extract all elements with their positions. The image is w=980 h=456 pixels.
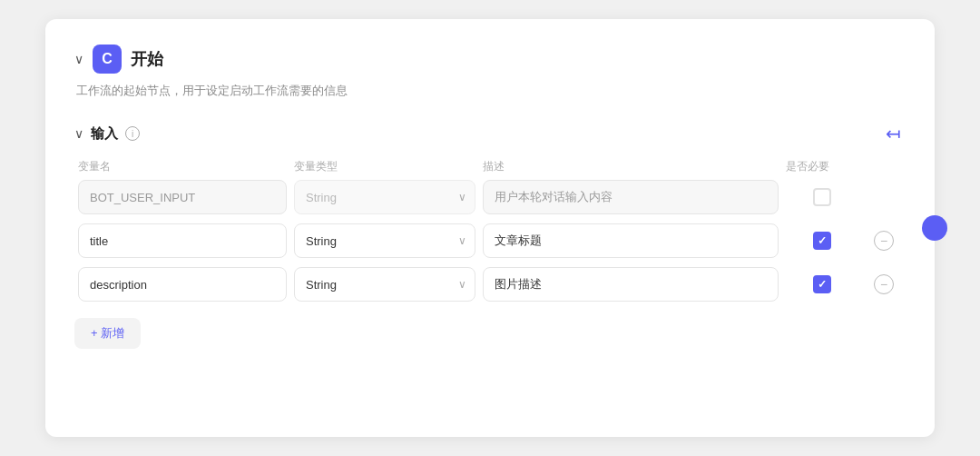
remove-cell: − [866, 231, 902, 251]
var-type-select-wrap: StringNumberBooleanObjectArray∨ [294, 267, 475, 302]
add-variable-button[interactable]: + 新增 [74, 318, 141, 349]
var-type-select: StringNumberBooleanObjectArray [294, 180, 475, 214]
var-type-select-wrap: StringNumberBooleanObjectArray∨ [294, 223, 475, 258]
sidebar-dot [922, 215, 947, 241]
info-icon[interactable]: i [125, 126, 140, 141]
var-type-select-wrap: StringNumberBooleanObjectArray∨ [294, 180, 475, 214]
section-collapse-icon[interactable]: ∨ [74, 126, 83, 141]
description-input[interactable] [483, 267, 779, 302]
var-type-select[interactable]: StringNumberBooleanObjectArray [294, 267, 475, 302]
required-checkbox[interactable] [813, 232, 831, 250]
var-name-input [78, 180, 287, 214]
card-header: ∨ C 开始 [74, 45, 906, 74]
table-row: StringNumberBooleanObjectArray∨− [74, 223, 906, 258]
var-name-input[interactable] [78, 267, 287, 302]
remove-row-button[interactable]: − [874, 231, 894, 251]
logo-icon: C [93, 45, 122, 74]
remove-cell: − [866, 274, 902, 294]
th-var-name: 变量名 [78, 159, 287, 174]
table-header: 变量名 变量类型 描述 是否必要 [74, 159, 906, 180]
table-rows-container: StringNumberBooleanObjectArray∨StringNum… [74, 180, 906, 302]
card-description: 工作流的起始节点，用于设定启动工作流需要的信息 [74, 83, 906, 99]
table-row: StringNumberBooleanObjectArray∨− [74, 267, 906, 302]
section-title-wrap: ∨ 输入 i [74, 125, 140, 143]
description-input [483, 180, 779, 214]
th-action [866, 159, 902, 174]
description-input[interactable] [483, 223, 779, 258]
section-title: 输入 [91, 125, 118, 143]
section-header: ∨ 输入 i ↤ [74, 121, 906, 146]
var-name-input[interactable] [78, 223, 287, 258]
th-description: 描述 [483, 159, 779, 174]
required-checkbox-cell [786, 188, 858, 206]
required-checkbox-cell [786, 275, 858, 293]
table-row: StringNumberBooleanObjectArray∨ [74, 180, 906, 214]
start-node-card: ∨ C 开始 工作流的起始节点，用于设定启动工作流需要的信息 ∨ 输入 i ↤ … [45, 19, 935, 437]
required-checkbox [813, 188, 831, 206]
remove-row-button[interactable]: − [874, 274, 894, 294]
th-required: 是否必要 [786, 159, 858, 174]
var-type-select[interactable]: StringNumberBooleanObjectArray [294, 223, 475, 258]
required-checkbox[interactable] [813, 275, 831, 293]
required-checkbox-cell [786, 232, 858, 250]
export-icon[interactable]: ↤ [880, 121, 906, 146]
collapse-icon[interactable]: ∨ [74, 52, 83, 66]
th-var-type: 变量类型 [294, 159, 475, 174]
card-title: 开始 [131, 48, 163, 70]
